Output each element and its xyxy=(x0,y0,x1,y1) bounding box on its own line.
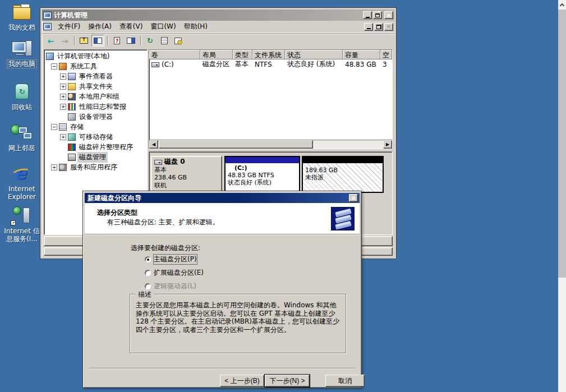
scroll-up-button[interactable] xyxy=(558,0,566,10)
show-hide-console-tree-button[interactable] xyxy=(91,35,104,47)
desktop-icon-network-places[interactable]: 网上邻居 xyxy=(1,123,43,152)
tree-item-disk-management[interactable]: 磁盘管理 xyxy=(44,152,147,162)
radio-disabled-icon xyxy=(145,283,151,289)
menu-file[interactable]: 文件(F) xyxy=(54,21,84,33)
mdi-restore-button[interactable] xyxy=(374,23,383,31)
recycle-bin-icon: ↻ xyxy=(10,82,34,102)
removable-storage-icon xyxy=(68,133,76,141)
minimize-button[interactable] xyxy=(363,11,372,19)
wizard-body: 选择要创建的磁盘分区: 主磁盘分区(P) 扩展磁盘分区(E) 逻辑驱动器(L) … xyxy=(85,234,360,385)
window-titlebar[interactable]: 计算机管理 × xyxy=(42,10,394,21)
tree-item-performance-logs[interactable]: + 性能日志和警报 xyxy=(44,102,147,112)
scroll-left-button[interactable]: ◀ xyxy=(149,140,158,149)
cancel-button[interactable]: 取消 xyxy=(325,375,365,387)
expand-toggle[interactable]: + xyxy=(51,164,57,170)
desktop-icon-my-computer[interactable]: 我的电脑 xyxy=(1,39,43,68)
screen-scrollbar[interactable] xyxy=(558,0,566,392)
collapse-toggle[interactable]: − xyxy=(51,63,57,70)
back-step-button[interactable]: < 上一步(B) xyxy=(220,375,264,387)
maximize-button[interactable] xyxy=(373,11,382,19)
dialog-titlebar[interactable]: 新建磁盘分区向导 × xyxy=(85,193,360,203)
computer-icon xyxy=(46,53,54,60)
column-header-clipped[interactable]: 空 xyxy=(380,50,392,59)
desktop-icon-recycle-bin[interactable]: ↻ 回收站 xyxy=(1,82,43,111)
next-step-button[interactable]: 下一步(N) > xyxy=(265,375,310,387)
tree-item-computer-management[interactable]: 计算机管理(本地) xyxy=(44,51,147,61)
menu-action[interactable]: 操作(A) xyxy=(84,21,116,33)
mdi-close-button[interactable]: × xyxy=(384,23,393,31)
desktop-icon-iis[interactable]: ↗ Internet 信息服务(I... xyxy=(1,206,43,243)
network-places-icon xyxy=(10,123,34,142)
tree-item-disk-defragmenter[interactable]: 磁盘碎片整理程序 xyxy=(44,142,147,152)
partition-c[interactable]: (C:) 48.83 GB NTFS 状态良好 (系统) xyxy=(224,156,300,193)
unallocated-space[interactable]: 189.63 GB 未指派 xyxy=(302,156,384,193)
column-header-layout[interactable]: 布局 xyxy=(200,50,233,59)
iis-icon: ↗ xyxy=(10,206,34,225)
column-header-filesystem[interactable]: 文件系统 xyxy=(252,50,285,59)
toolbar-separator xyxy=(107,36,108,45)
tree-item-storage[interactable]: − 存储 xyxy=(44,122,147,132)
console-tree-icon xyxy=(94,38,102,44)
forward-button[interactable]: → xyxy=(58,35,71,47)
action-pane-icon xyxy=(127,38,135,44)
menu-bar: 文件(F) 操作(A) 查看(V) 窗口(W) 帮助(H) × xyxy=(42,21,394,33)
dialog-title: 新建磁盘分区向导 xyxy=(88,193,349,203)
tree-item-local-users-groups[interactable]: + 本地用户和组 xyxy=(44,91,147,102)
tree-item-removable-storage[interactable]: + 可移动存储 xyxy=(44,132,147,142)
expand-toggle[interactable]: + xyxy=(60,73,66,80)
scrollbar-thumb[interactable] xyxy=(159,140,313,149)
column-header-status[interactable]: 状态 xyxy=(285,50,343,59)
horizontal-scrollbar[interactable]: ◀ ▶ xyxy=(149,140,392,149)
disk0-header[interactable]: 磁盘 0 基本 238.46 GB 联机 xyxy=(151,156,222,193)
volume-row-c[interactable]: (C:) 磁盘分区 基本 NTFS 状态良好 (系统) 48.83 GB 3 xyxy=(149,59,392,69)
refresh-icon: ↻ xyxy=(147,37,153,45)
tree-item-event-viewer[interactable]: + 事件查看器 xyxy=(44,71,147,81)
refresh-button[interactable]: ↻ xyxy=(144,35,157,47)
menu-window[interactable]: 窗口(W) xyxy=(146,21,180,33)
radio-primary-partition[interactable]: 主磁盘分区(P) xyxy=(145,255,197,264)
expand-toggle[interactable]: + xyxy=(60,104,66,110)
tree-item-shared-folders[interactable]: + 共享文件夹 xyxy=(44,81,147,91)
desktop-icon-internet-explorer[interactable]: e Internet Explorer xyxy=(1,164,43,201)
new-partition-wizard-dialog: 新建磁盘分区向导 × 选择分区类型 有三种磁盘分区: 主要、扩展和逻辑。 选择要… xyxy=(82,191,362,388)
scroll-right-button[interactable]: ▶ xyxy=(383,140,392,149)
storage-icon xyxy=(59,123,67,131)
description-groupbox: 描述 主要分区是您用基本磁盘上的可用空间创建的卷。Windows 和其他操作系统… xyxy=(130,294,346,353)
radio-group-prompt: 选择要创建的磁盘分区: xyxy=(131,243,200,253)
column-header-volume[interactable]: 卷 xyxy=(149,50,200,59)
menu-view[interactable]: 查看(V) xyxy=(116,21,147,33)
desktop-icon-label: 我的电脑 xyxy=(7,60,36,68)
close-button[interactable]: × xyxy=(384,11,393,19)
disk-stack-icon xyxy=(331,207,355,230)
up-one-level-button[interactable] xyxy=(77,35,90,47)
description-legend: 描述 xyxy=(136,290,154,299)
tree-item-services-applications[interactable]: + 服务和应用程序 xyxy=(44,162,147,172)
mdi-minimize-button[interactable] xyxy=(364,23,373,31)
context-help-button[interactable]: ? xyxy=(111,35,123,47)
dialog-close-button[interactable]: × xyxy=(349,194,358,202)
my-documents-icon xyxy=(10,3,34,22)
event-viewer-icon xyxy=(68,73,76,80)
show-action-pane-button[interactable] xyxy=(125,35,137,47)
back-button[interactable]: ← xyxy=(44,35,57,47)
radio-extended-partition[interactable]: 扩展磁盘分区(E) xyxy=(145,268,204,278)
settings-button[interactable] xyxy=(172,35,185,47)
expand-toggle[interactable]: + xyxy=(60,94,66,100)
tree-item-device-manager[interactable]: 设备管理器 xyxy=(44,112,147,122)
expand-toggle[interactable]: + xyxy=(60,84,66,90)
desktop-icon-my-documents[interactable]: 我的文档 xyxy=(1,3,43,31)
column-header-capacity[interactable]: 容量 xyxy=(343,50,380,59)
button-separator xyxy=(89,368,355,369)
properties-button[interactable] xyxy=(158,35,171,47)
tree-item-system-tools[interactable]: − 系统工具 xyxy=(44,61,147,71)
chevron-up-icon xyxy=(560,3,564,8)
back-arrow-icon: ← xyxy=(48,37,54,45)
services-icon xyxy=(59,164,67,171)
scrollbar-thumb[interactable] xyxy=(558,10,566,278)
collapse-toggle[interactable]: − xyxy=(51,124,57,130)
expand-toggle[interactable]: + xyxy=(60,134,66,140)
unallocated-color-bar xyxy=(303,157,383,163)
column-header-type[interactable]: 类型 xyxy=(233,50,252,59)
menu-help[interactable]: 帮助(H) xyxy=(180,21,211,33)
forward-arrow-icon: → xyxy=(62,37,68,45)
